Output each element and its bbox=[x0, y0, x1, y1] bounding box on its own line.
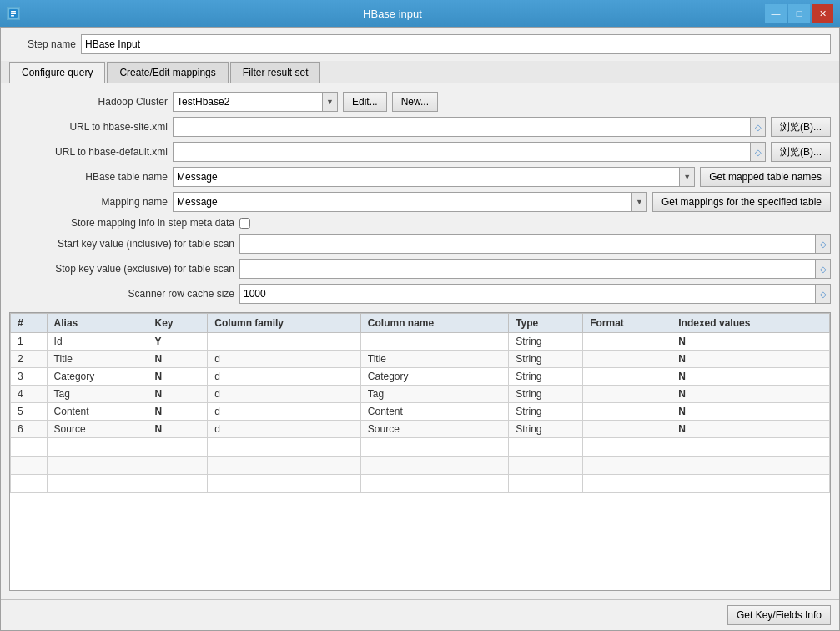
url-hbase-site-browse-button[interactable]: 浏览(B)... bbox=[771, 117, 831, 137]
hbase-table-select-wrapper: Message ▼ bbox=[173, 167, 695, 187]
main-window: Step name Configure query Create/Edit ma… bbox=[0, 27, 840, 631]
mapping-name-label: Mapping name bbox=[9, 196, 168, 208]
step-name-input[interactable] bbox=[81, 34, 831, 54]
table-cell-empty bbox=[148, 438, 208, 457]
window-controls: — □ ✕ bbox=[765, 4, 833, 23]
url-hbase-default-icon[interactable]: ◇ bbox=[750, 143, 765, 161]
hadoop-cluster-row: Hadoop Cluster TestHbase2 ▼ Edit... New.… bbox=[9, 92, 831, 112]
table-cell: N bbox=[148, 421, 208, 438]
table-cell: N bbox=[671, 386, 830, 403]
table-cell-empty bbox=[148, 457, 208, 475]
table-cell: N bbox=[671, 351, 830, 368]
table-cell-empty bbox=[583, 438, 671, 457]
store-mapping-checkbox[interactable] bbox=[239, 218, 250, 229]
data-table: # Alias Key Column family Column name Ty… bbox=[10, 313, 830, 493]
table-row: 2TitleNdTitleStringN bbox=[11, 351, 830, 368]
col-header-indexed: Indexed values bbox=[671, 314, 830, 333]
table-cell: N bbox=[148, 386, 208, 403]
table-cell-empty bbox=[11, 438, 48, 457]
svg-rect-1 bbox=[11, 11, 16, 13]
table-cell-empty bbox=[11, 475, 48, 493]
title-bar: HBase input — □ ✕ bbox=[0, 0, 840, 27]
table-cell: N bbox=[671, 403, 830, 421]
table-cell-empty bbox=[208, 457, 360, 475]
table-cell bbox=[583, 368, 671, 386]
table-cell: 6 bbox=[11, 421, 48, 438]
hadoop-edit-button[interactable]: Edit... bbox=[343, 92, 387, 112]
col-header-num: # bbox=[11, 314, 48, 333]
table-cell: Id bbox=[47, 333, 148, 351]
start-key-icon[interactable]: ◇ bbox=[815, 235, 830, 253]
mapping-name-select[interactable]: Message bbox=[173, 192, 632, 212]
data-table-container: # Alias Key Column family Column name Ty… bbox=[9, 312, 831, 591]
table-row-empty bbox=[11, 438, 830, 457]
maximize-button[interactable]: □ bbox=[788, 4, 810, 23]
col-header-colname: Column name bbox=[360, 314, 508, 333]
table-cell: 1 bbox=[11, 333, 48, 351]
table-cell-empty bbox=[509, 438, 583, 457]
table-row-empty bbox=[11, 457, 830, 475]
mapping-name-select-wrapper: Message ▼ bbox=[173, 192, 647, 212]
mapping-name-dropdown-arrow[interactable]: ▼ bbox=[632, 192, 647, 212]
table-cell: N bbox=[148, 351, 208, 368]
url-hbase-site-input[interactable] bbox=[174, 118, 750, 136]
table-cell: N bbox=[148, 403, 208, 421]
table-cell: String bbox=[509, 403, 583, 421]
stop-key-label: Stop key value (exclusive) for table sca… bbox=[9, 263, 234, 275]
col-header-format: Format bbox=[583, 314, 671, 333]
hbase-table-dropdown-arrow[interactable]: ▼ bbox=[680, 167, 695, 187]
table-cell: Tag bbox=[360, 386, 508, 403]
table-cell bbox=[583, 421, 671, 438]
minimize-button[interactable]: — bbox=[765, 4, 787, 23]
hadoop-new-button[interactable]: New... bbox=[392, 92, 438, 112]
hbase-table-select[interactable]: Message bbox=[173, 167, 680, 187]
table-cell: Content bbox=[360, 403, 508, 421]
stop-key-input[interactable] bbox=[240, 260, 815, 278]
url-hbase-site-row: URL to hbase-site.xml ◇ 浏览(B)... bbox=[9, 117, 831, 137]
url-hbase-default-browse-button[interactable]: 浏览(B)... bbox=[771, 142, 831, 162]
close-button[interactable]: ✕ bbox=[812, 4, 833, 23]
tab-configure[interactable]: Configure query bbox=[9, 62, 105, 83]
table-cell-empty bbox=[509, 457, 583, 475]
table-cell-empty bbox=[360, 457, 508, 475]
table-cell-empty bbox=[47, 438, 148, 457]
scanner-cache-row: Scanner row cache size ◇ bbox=[9, 284, 831, 304]
hbase-table-name-row: HBase table name Message ▼ Get mapped ta… bbox=[9, 167, 831, 187]
tab-mappings[interactable]: Create/Edit mappings bbox=[107, 62, 228, 83]
table-cell: Source bbox=[47, 421, 148, 438]
table-cell bbox=[208, 333, 360, 351]
table-cell: d bbox=[208, 351, 360, 368]
hadoop-cluster-select-wrapper: TestHbase2 ▼ bbox=[173, 92, 338, 112]
table-cell: 3 bbox=[11, 368, 48, 386]
scanner-cache-icon[interactable]: ◇ bbox=[815, 285, 830, 303]
step-name-row: Step name bbox=[1, 28, 839, 61]
url-hbase-site-input-wrapper: ◇ bbox=[173, 117, 766, 137]
table-cell-empty bbox=[583, 457, 671, 475]
table-row: 3CategoryNdCategoryStringN bbox=[11, 368, 830, 386]
table-cell-empty bbox=[360, 475, 508, 493]
scanner-cache-input[interactable] bbox=[240, 285, 815, 303]
start-key-input[interactable] bbox=[240, 235, 815, 253]
stop-key-icon[interactable]: ◇ bbox=[815, 260, 830, 278]
tabs-bar: Configure query Create/Edit mappings Fil… bbox=[1, 61, 839, 83]
hbase-table-name-label: HBase table name bbox=[9, 171, 168, 183]
hadoop-cluster-dropdown-arrow[interactable]: ▼ bbox=[323, 92, 338, 112]
tab-content: Hadoop Cluster TestHbase2 ▼ Edit... New.… bbox=[1, 83, 839, 599]
table-cell-empty bbox=[583, 475, 671, 493]
hadoop-cluster-select[interactable]: TestHbase2 bbox=[173, 92, 323, 112]
url-hbase-default-input[interactable] bbox=[174, 143, 750, 161]
get-mappings-button[interactable]: Get mappings for the specified table bbox=[652, 192, 831, 212]
table-body: 1IdYStringN2TitleNdTitleStringN3Category… bbox=[11, 333, 830, 493]
stop-key-input-wrapper: ◇ bbox=[239, 259, 831, 279]
url-hbase-site-label: URL to hbase-site.xml bbox=[9, 121, 168, 133]
table-cell: N bbox=[671, 368, 830, 386]
table-cell-empty bbox=[11, 457, 48, 475]
get-mapped-table-names-button[interactable]: Get mapped table names bbox=[700, 167, 831, 187]
get-key-fields-button[interactable]: Get Key/Fields Info bbox=[727, 605, 831, 625]
url-hbase-site-icon[interactable]: ◇ bbox=[750, 118, 765, 136]
scanner-cache-label: Scanner row cache size bbox=[9, 288, 234, 300]
tab-filter[interactable]: Filter result set bbox=[230, 62, 321, 83]
table-row: 4TagNdTagStringN bbox=[11, 386, 830, 403]
table-row: 6SourceNdSourceStringN bbox=[11, 421, 830, 438]
table-cell-empty bbox=[47, 475, 148, 493]
